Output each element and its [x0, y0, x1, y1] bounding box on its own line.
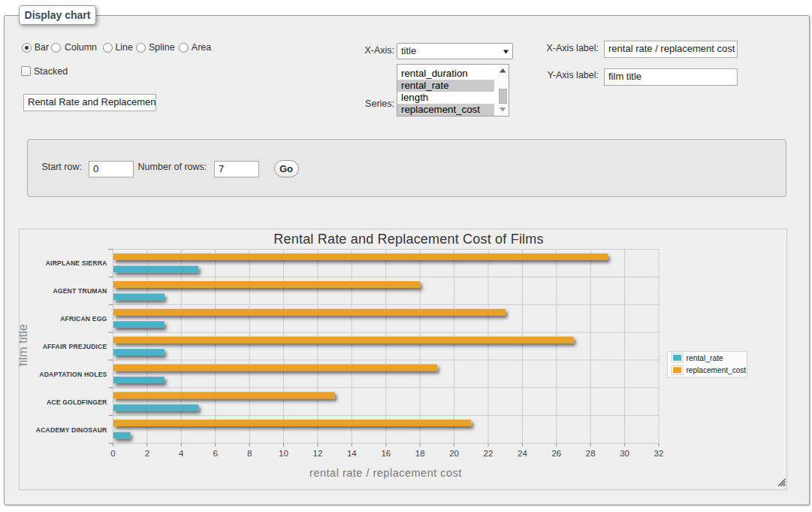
svg-text:24: 24 — [518, 449, 527, 458]
svg-text:AGENT TRUMAN: AGENT TRUMAN — [53, 287, 107, 295]
svg-text:AFFAIR PREJUDICE: AFFAIR PREJUDICE — [42, 343, 107, 350]
svg-text:18: 18 — [415, 449, 424, 458]
svg-text:rental_rate: rental_rate — [686, 354, 723, 362]
svg-text:ACADEMY DINOSAUR: ACADEMY DINOSAUR — [35, 426, 107, 434]
svg-text:8: 8 — [246, 449, 251, 458]
svg-text:16: 16 — [381, 449, 391, 458]
svg-text:Rental Rate and Replacement Co: Rental Rate and Replacement Cost of Film… — [273, 232, 543, 247]
svg-text:20: 20 — [449, 449, 459, 458]
svg-text:26: 26 — [551, 449, 561, 458]
svg-text:30: 30 — [620, 449, 629, 458]
svg-text:2: 2 — [144, 449, 149, 458]
svg-text:AIRPLANE SIERRA: AIRPLANE SIERRA — [45, 259, 107, 267]
svg-text:12: 12 — [312, 449, 322, 458]
svg-text:28: 28 — [585, 449, 595, 458]
svg-text:4: 4 — [179, 449, 184, 458]
svg-text:AFRICAN EGG: AFRICAN EGG — [60, 315, 107, 323]
svg-text:6: 6 — [213, 449, 217, 458]
svg-text:14: 14 — [346, 449, 356, 458]
svg-text:22: 22 — [483, 449, 493, 458]
svg-text:ACE GOLDFINGER: ACE GOLDFINGER — [46, 398, 107, 406]
svg-text:ADAPTATION HOLES: ADAPTATION HOLES — [39, 371, 107, 378]
svg-text:rental rate / replacement cost: rental rate / replacement cost — [309, 467, 462, 479]
svg-text:film title: film title — [19, 324, 29, 366]
svg-text:10: 10 — [279, 449, 288, 458]
svg-text:32: 32 — [654, 449, 663, 458]
svg-text:0: 0 — [110, 449, 115, 458]
svg-text:replacement_cost: replacement_cost — [686, 366, 746, 374]
